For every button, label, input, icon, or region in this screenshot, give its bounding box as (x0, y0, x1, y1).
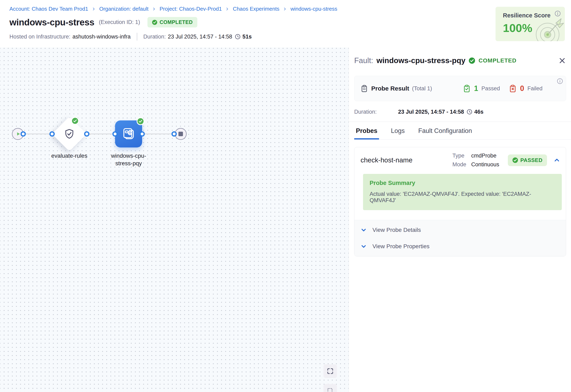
close-icon[interactable] (558, 57, 566, 65)
marquee-select-icon (327, 387, 334, 392)
chaos-fault-icon (122, 127, 135, 141)
fault-duration-label: Duration: (354, 109, 398, 115)
marquee-select-button[interactable] (323, 384, 337, 392)
fault-header: Fault: windows-cpu-stress-pqy COMPLETED (354, 56, 566, 66)
evaluate-rules-node-label: evaluate-rules (47, 152, 92, 160)
probe-card-header[interactable]: check-host-name Type cmdProbe Mode Conti… (354, 147, 566, 173)
stop-icon (179, 132, 183, 136)
page-title: windows-cpu-stress (9, 17, 94, 28)
fault-node-label-line2: stress-pqy (106, 160, 151, 167)
fault-details-panel: Fault: windows-cpu-stress-pqy COMPLETED … (349, 47, 571, 392)
target-illustration (533, 14, 565, 41)
chevron-right-icon (225, 7, 229, 11)
execution-id: (Execution ID: 1) (99, 19, 140, 25)
breadcrumb-account-link[interactable]: Account: Chaos Dev Team Prod1 (9, 6, 88, 12)
check-circle-icon (469, 57, 475, 64)
node-port[interactable] (20, 131, 26, 137)
probe-summary-text: Actual value: 'EC2AMAZ-QMVAF4J'. Expecte… (370, 191, 555, 204)
node-success-badge (136, 117, 144, 125)
probe-mode-value: Continuous (471, 161, 499, 168)
probe-result-summary: Probe Result (Total 1) 1 Passed 0 Failed (354, 76, 566, 101)
passed-count: 1 (474, 84, 478, 93)
breadcrumb-current-page[interactable]: windows-cpu-stress (290, 6, 337, 12)
probe-type-value: cmdProbe (471, 153, 499, 159)
chevron-down-icon (361, 243, 367, 250)
chevron-up-icon[interactable] (554, 157, 560, 163)
failed-count: 0 (520, 84, 524, 93)
failed-label: Failed (527, 85, 542, 92)
check-icon (73, 119, 77, 123)
duration-seconds: 51s (242, 34, 252, 40)
fault-status-text: COMPLETED (479, 57, 516, 64)
fault-tabs: Probes Logs Fault Configuration (354, 122, 571, 140)
pipeline-canvas[interactable]: evaluate-rules windows-cpu- stress-pqy +… (0, 47, 349, 392)
evaluate-rules-node[interactable] (52, 117, 87, 151)
probe-name: check-host-name (361, 156, 412, 164)
fault-duration-row: Duration: 23 Jul 2025, 14:57 - 14:58 46s (354, 107, 566, 116)
fault-duration-value: 23 Jul 2025, 14:57 - 14:58 (398, 109, 464, 115)
check-circle-icon (152, 20, 157, 25)
play-icon (15, 131, 21, 137)
probe-card-footer: View Probe Details View Probe Properties (354, 220, 566, 256)
node-port[interactable] (49, 131, 55, 137)
info-icon[interactable] (557, 78, 563, 84)
node-port[interactable] (139, 131, 145, 137)
fullscreen-icon (327, 367, 334, 375)
view-probe-details-toggle[interactable]: View Probe Details (354, 222, 566, 238)
fault-duration-seconds: 46s (474, 109, 483, 115)
breadcrumb-project-link[interactable]: Project: Chaos-Dev-Prod1 (160, 6, 222, 12)
duration-value: 23 Jul 2025, 14:57 - 14:58 (168, 34, 232, 40)
view-probe-details-label: View Probe Details (373, 227, 421, 233)
hosted-on-label: Hosted on Infrastructure: (9, 34, 70, 40)
fault-node-label: windows-cpu- stress-pqy (106, 152, 151, 167)
view-probe-properties-toggle[interactable]: View Probe Properties (354, 238, 566, 254)
passed-label: Passed (481, 85, 500, 92)
node-port[interactable] (171, 131, 177, 137)
clipboard-icon (361, 85, 368, 92)
experiment-status-text: COMPLETED (160, 19, 193, 25)
experiment-status-badge: COMPLETED (148, 17, 197, 28)
duration-label: Duration: (143, 34, 166, 40)
breadcrumb-organization-link[interactable]: Organization: default (99, 6, 149, 12)
chevron-right-icon (91, 7, 96, 11)
chevron-right-icon (152, 7, 156, 11)
probe-result-counts: 1 Passed 0 Failed (463, 84, 542, 93)
node-success-badge (71, 117, 79, 125)
tab-fault-configuration[interactable]: Fault Configuration (417, 123, 474, 140)
probe-result-total: (Total 1) (412, 85, 432, 92)
probe-summary-title: Probe Summary (370, 180, 555, 186)
node-port[interactable] (84, 131, 90, 137)
probe-summary-box: Probe Summary Actual value: 'EC2AMAZ-QMV… (363, 174, 562, 210)
shield-check-icon (64, 128, 75, 140)
pipeline-edge (18, 134, 180, 134)
probe-status-text: PASSED (520, 157, 542, 163)
check-circle-icon (512, 157, 518, 163)
probe-card-check-host-name: check-host-name Type cmdProbe Mode Conti… (354, 147, 566, 256)
clipboard-x-icon (509, 84, 517, 92)
probe-type-label: Type (452, 153, 466, 159)
probe-type-mode: Type cmdProbe Mode Continuous (452, 153, 499, 168)
fault-name: windows-cpu-stress-pqy (376, 56, 466, 65)
clipboard-check-icon (463, 84, 471, 92)
fault-node-windows-cpu-stress-pqy[interactable] (115, 120, 142, 147)
infrastructure-name: ashutosh-windows-infra (72, 34, 131, 40)
check-icon (138, 119, 143, 124)
chevron-down-icon (361, 227, 367, 233)
meta-divider (137, 33, 137, 41)
node-port[interactable] (112, 131, 118, 137)
tab-probes[interactable]: Probes (354, 123, 379, 140)
probe-result-title: Probe Result (371, 85, 409, 92)
resilience-score-card: Resilience Score 100% (496, 7, 565, 41)
clock-icon (235, 34, 241, 40)
breadcrumb-chaos-experiments-link[interactable]: Chaos Experiments (233, 6, 279, 12)
chevron-right-icon (283, 7, 287, 11)
breadcrumb: Account: Chaos Dev Team Prod1 Organizati… (9, 0, 571, 12)
fault-label: Fault: (354, 56, 373, 65)
clock-icon (466, 109, 473, 115)
view-probe-properties-label: View Probe Properties (373, 243, 430, 250)
tab-logs[interactable]: Logs (389, 123, 406, 140)
probe-status-badge: PASSED (508, 154, 547, 166)
fullscreen-button[interactable] (323, 364, 337, 378)
probe-mode-label: Mode (452, 161, 466, 168)
fault-node-label-line1: windows-cpu- (106, 152, 151, 160)
